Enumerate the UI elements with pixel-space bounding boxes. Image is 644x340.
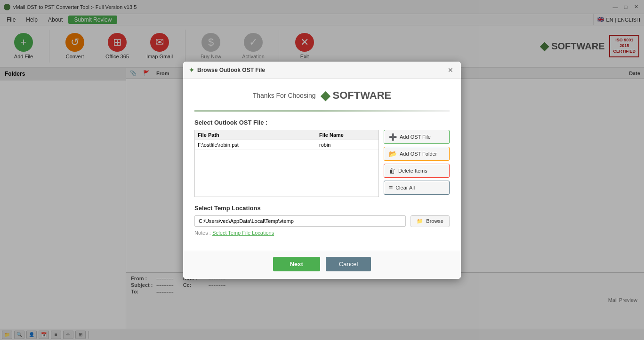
modal-title: Browse Outlook OST File [197, 67, 265, 73]
ost-section-label: Select Outlook OST File : [194, 119, 450, 126]
add-ost-file-button[interactable]: ➕ Add OST File [384, 130, 450, 144]
col-file-path: File Path [198, 132, 319, 138]
add-ost-icon: ➕ [389, 133, 397, 141]
ost-table-body: F:\ostfile\robin.pst robin [195, 140, 378, 197]
ost-file-table: File Path File Name F:\ostfile\robin.pst… [194, 130, 379, 197]
modal-close-button[interactable]: ✕ [446, 65, 455, 75]
modal-separator [194, 111, 450, 111]
modal-titlebar: ✦ Browse Outlook OST File ✕ [183, 62, 461, 79]
add-ost-label: Add OST File [400, 134, 431, 140]
modal-brand: Thanks For Choosing ◆ SOFTWARE [194, 88, 450, 103]
clear-all-button[interactable]: ≡ Clear All [384, 181, 450, 195]
modal-overlay: ✦ Browse Outlook OST File ✕ Thanks For C… [0, 0, 644, 340]
ost-action-buttons: ➕ Add OST File 📂 Add OST Folder 🗑 Delete… [384, 130, 450, 195]
modal-titlebar-left: ✦ Browse Outlook OST File [189, 66, 265, 74]
notes-link[interactable]: Select Temp File Locations [212, 230, 274, 236]
add-folder-icon: 📂 [389, 150, 397, 158]
browse-icon: 📁 [417, 218, 423, 224]
browse-label: Browse [426, 218, 443, 224]
temp-input-row: 📁 Browse [194, 215, 450, 227]
table-row[interactable]: F:\ostfile\robin.pst robin [195, 140, 378, 150]
temp-section: Select Temp Locations 📁 Browse Notes : S… [194, 205, 450, 236]
modal-software-logo: ◆ SOFTWARE [321, 88, 392, 103]
modal-footer: Next Cancel [183, 251, 461, 279]
cancel-button[interactable]: Cancel [326, 257, 371, 271]
clear-label: Clear All [395, 185, 415, 190]
modal-dialog: ✦ Browse Outlook OST File ✕ Thanks For C… [183, 62, 461, 279]
modal-body: Thanks For Choosing ◆ SOFTWARE Select Ou… [183, 79, 461, 251]
col-file-name: File Name [319, 132, 376, 138]
file-name-cell: robin [319, 142, 376, 148]
clear-icon: ≡ [389, 184, 393, 191]
ost-table-header: File Path File Name [195, 130, 378, 140]
modal-title-icon: ✦ [189, 66, 194, 74]
delete-items-button[interactable]: 🗑 Delete Items [384, 164, 450, 178]
notes-text: Notes : Select Temp File Locations [194, 230, 450, 236]
file-path-cell: F:\ostfile\robin.pst [198, 142, 319, 148]
delete-label: Delete Items [398, 168, 427, 174]
temp-path-input[interactable] [194, 215, 406, 227]
add-ost-folder-button[interactable]: 📂 Add OST Folder [384, 147, 450, 161]
modal-software-text: SOFTWARE [333, 89, 392, 102]
add-folder-label: Add OST Folder [400, 151, 437, 157]
browse-button[interactable]: 📁 Browse [411, 215, 450, 227]
ost-file-section: Select Outlook OST File : File Path File… [194, 119, 450, 197]
notes-prefix: Notes : [194, 230, 212, 236]
delete-icon: 🗑 [389, 167, 395, 174]
temp-section-label: Select Temp Locations [194, 205, 450, 212]
brand-text: Thanks For Choosing [253, 92, 316, 99]
modal-diamond-icon: ◆ [321, 88, 330, 103]
ost-file-area: File Path File Name F:\ostfile\robin.pst… [194, 130, 450, 197]
next-button[interactable]: Next [273, 257, 320, 271]
